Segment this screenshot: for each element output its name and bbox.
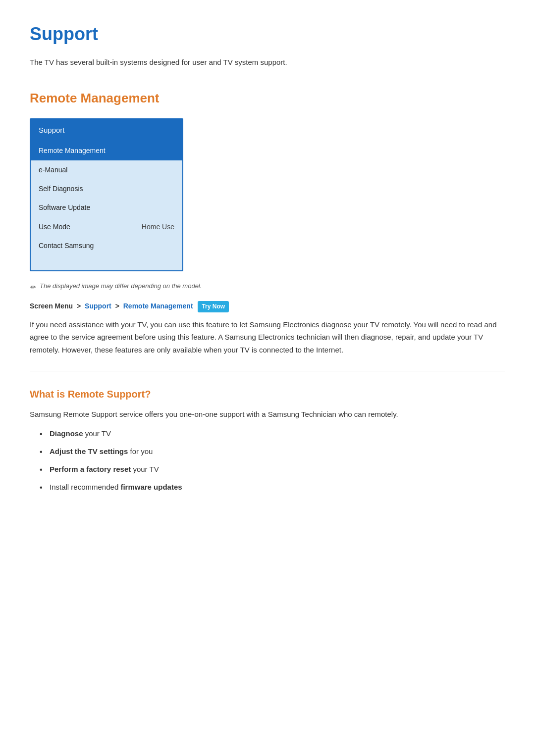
menu-item-value: Home Use <box>142 221 174 232</box>
menu-item-emanual[interactable]: e-Manual <box>31 160 182 179</box>
feature-bold: Diagnose <box>50 429 83 438</box>
menu-item-software-update[interactable]: Software Update <box>31 198 182 217</box>
menu-item-contact-samsung[interactable]: Contact Samsung <box>31 236 182 255</box>
feature-rest: your TV <box>131 465 159 473</box>
menu-item-label: Remote Management <box>39 145 106 156</box>
tv-menu-panel: Support Remote Management e-Manual Self … <box>30 118 183 271</box>
menu-spacer <box>31 255 182 270</box>
breadcrumb: Screen Menu > Support > Remote Managemen… <box>30 301 505 312</box>
menu-item-label: Software Update <box>39 202 90 213</box>
try-now-badge[interactable]: Try Now <box>198 301 229 312</box>
feature-bold: firmware updates <box>120 483 182 491</box>
feature-bold: Adjust the TV settings <box>50 447 128 455</box>
menu-item-label: e-Manual <box>39 164 67 175</box>
menu-item-label: Self Diagnosis <box>39 183 83 194</box>
breadcrumb-remote-management[interactable]: Remote Management <box>123 302 193 310</box>
feature-rest: your TV <box>83 429 111 438</box>
section-remote-management-title: Remote Management <box>30 88 505 109</box>
page-title: Support <box>30 20 505 49</box>
feature-item-factory-reset: Perform a factory reset your TV <box>40 463 505 475</box>
menu-item-use-mode[interactable]: Use Mode Home Use <box>31 217 182 236</box>
menu-item-remote-management[interactable]: Remote Management <box>31 141 182 160</box>
feature-item-diagnose: Diagnose your TV <box>40 428 505 440</box>
remote-management-description: If you need assistance with your TV, you… <box>30 318 505 356</box>
section-divider <box>30 371 505 371</box>
note-line: ✏ The displayed image may differ dependi… <box>30 281 505 293</box>
menu-item-label: Use Mode <box>39 221 70 232</box>
page-subtitle: The TV has several built-in systems desi… <box>30 56 505 68</box>
feature-rest: for you <box>128 447 153 455</box>
feature-list: Diagnose your TV Adjust the TV settings … <box>30 428 505 493</box>
menu-item-self-diagnosis[interactable]: Self Diagnosis <box>31 179 182 198</box>
feature-item-firmware: Install recommended firmware updates <box>40 481 505 493</box>
breadcrumb-support[interactable]: Support <box>85 302 111 310</box>
tv-menu-header: Support <box>31 119 182 141</box>
feature-rest: Install recommended <box>50 483 120 491</box>
breadcrumb-sep-1: > <box>77 302 83 310</box>
remote-support-intro: Samsung Remote Support service offers yo… <box>30 408 505 421</box>
subsection-what-is-remote-support-title: What is Remote Support? <box>30 386 505 402</box>
pencil-icon: ✏ <box>30 282 36 293</box>
feature-item-adjust: Adjust the TV settings for you <box>40 446 505 457</box>
note-text: The displayed image may differ depending… <box>40 281 202 292</box>
tv-menu-items: Remote Management e-Manual Self Diagnosi… <box>31 141 182 270</box>
feature-bold: Perform a factory reset <box>50 465 131 473</box>
menu-item-label: Contact Samsung <box>39 240 94 251</box>
breadcrumb-sep-2: > <box>115 302 121 310</box>
breadcrumb-screen-menu: Screen Menu <box>30 302 73 310</box>
